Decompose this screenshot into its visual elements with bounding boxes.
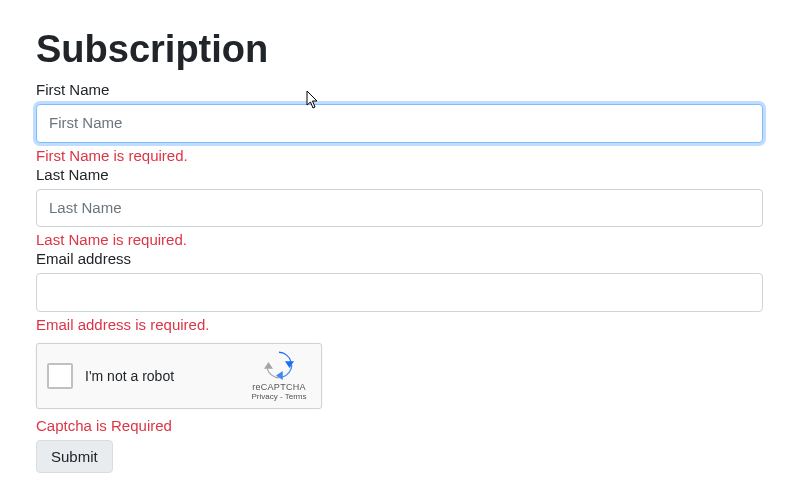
- first-name-error: First Name is required.: [36, 147, 763, 164]
- recaptcha-box: I'm not a robot reCAPTCHA Privacy - Term…: [36, 343, 322, 409]
- recaptcha-branding: reCAPTCHA Privacy - Terms: [247, 350, 311, 401]
- recaptcha-icon: [264, 350, 294, 380]
- recaptcha-links: Privacy - Terms: [252, 392, 307, 401]
- first-name-label: First Name: [36, 81, 763, 98]
- recaptcha-checkbox[interactable]: [47, 363, 73, 389]
- recaptcha-label-text: I'm not a robot: [85, 368, 247, 384]
- first-name-group: First Name: [36, 81, 763, 143]
- first-name-input[interactable]: [36, 104, 763, 143]
- page-title: Subscription: [36, 28, 763, 71]
- last-name-label: Last Name: [36, 166, 763, 183]
- email-input[interactable]: [36, 273, 763, 312]
- last-name-error: Last Name is required.: [36, 231, 763, 248]
- email-group: Email address: [36, 250, 763, 312]
- email-label: Email address: [36, 250, 763, 267]
- captcha-error: Captcha is Required: [36, 417, 763, 434]
- recaptcha-privacy-link[interactable]: Privacy: [252, 392, 278, 401]
- submit-button[interactable]: Submit: [36, 440, 113, 473]
- recaptcha-container: I'm not a robot reCAPTCHA Privacy - Term…: [36, 343, 763, 409]
- last-name-group: Last Name: [36, 166, 763, 228]
- recaptcha-terms-link[interactable]: Terms: [285, 392, 307, 401]
- recaptcha-brand-text: reCAPTCHA: [252, 382, 306, 392]
- email-error: Email address is required.: [36, 316, 763, 333]
- recaptcha-sep: -: [278, 392, 285, 401]
- last-name-input[interactable]: [36, 189, 763, 228]
